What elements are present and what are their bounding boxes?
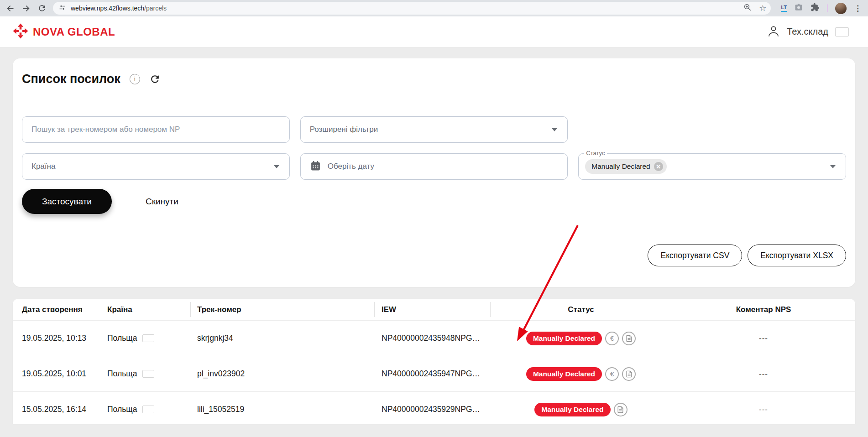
site-settings-icon[interactable] (58, 4, 66, 13)
advanced-filters-label: Розширені фільтри (310, 125, 378, 134)
chip-remove-icon[interactable]: ✕ (654, 162, 663, 171)
table-row[interactable]: 19.05.2025, 10:13 Польща skrjgnkj34 NP40… (13, 321, 855, 356)
url-path: /parcels (144, 5, 167, 12)
section-divider (22, 231, 846, 231)
reset-button[interactable]: Скинути (146, 197, 178, 207)
country-placeholder: Країна (31, 162, 55, 171)
chevron-down-icon (274, 165, 279, 168)
row-country-label: Польща (107, 369, 137, 379)
reload-icon[interactable] (37, 4, 47, 13)
status-select[interactable]: Статус Manually Declared ✕ (578, 153, 846, 180)
url-host: webview.nps.42flows.tech (71, 5, 144, 12)
table-row[interactable]: 19.05.2025, 10:01 Польща pl_inv023902 NP… (13, 356, 855, 392)
row-track: skrjgnkj34 (190, 333, 374, 343)
page-title: Список посилок (22, 72, 120, 86)
forward-icon[interactable] (21, 4, 31, 13)
poland-flag-icon[interactable] (835, 27, 849, 36)
app-header: NOVA GLOBAL Тех.склад (0, 16, 868, 47)
calendar-icon (310, 160, 321, 173)
status-field-label: Статус (584, 150, 607, 156)
brand-name: NOVA GLOBAL (33, 26, 115, 38)
back-icon[interactable] (5, 4, 15, 13)
status-chip-label: Manually Declared (591, 162, 650, 171)
browser-toolbar: webview.nps.42flows.tech/parcels ☆ LT ⋮ (0, 0, 868, 16)
chrome-menu-icon[interactable]: ⋮ (854, 5, 862, 12)
date-picker-field[interactable]: Оберіть дату (300, 153, 568, 180)
table-header: Дата створення Країна Трек-номер IEW Ста… (13, 299, 855, 321)
extensions-puzzle-icon[interactable] (810, 3, 820, 14)
col-header-track: Трек-номер (190, 299, 374, 320)
row-comment: --- (672, 405, 855, 414)
apply-button[interactable]: Застосувати (22, 189, 112, 214)
toolbar-divider (827, 4, 828, 12)
euro-icon[interactable]: € (605, 332, 619, 345)
export-csv-button[interactable]: Експортувати CSV (648, 245, 742, 266)
country-select[interactable]: Країна (22, 153, 290, 180)
row-track: pl_inv023902 (190, 369, 374, 379)
search-field (22, 116, 290, 143)
poland-flag-icon (142, 406, 154, 413)
doc-icon[interactable] (622, 332, 636, 345)
page-content: Список посилок i Розширені фільтри Країн… (0, 47, 868, 437)
table-row[interactable]: 15.05.2025, 16:14 Польща lili_15052519 N… (13, 392, 855, 424)
row-comment: --- (672, 334, 855, 343)
col-header-status: Статус (490, 299, 672, 320)
poland-flag-icon (142, 370, 154, 378)
zoom-icon[interactable] (743, 3, 752, 13)
col-header-country: Країна (102, 299, 190, 320)
row-country-label: Польща (107, 405, 137, 414)
row-iew: NP40000002435929NPG… (374, 405, 490, 414)
languagetool-extension-icon[interactable]: LT (781, 5, 787, 11)
profile-avatar[interactable] (835, 3, 847, 14)
export-xlsx-button[interactable]: Експортувати XLSX (748, 245, 846, 266)
chevron-down-icon (552, 128, 557, 131)
filters-card: Список посилок i Розширені фільтри Країн… (13, 58, 855, 287)
user-name: Тех.склад (787, 26, 828, 37)
poland-flag-icon (142, 334, 154, 342)
screenshot-extension-icon[interactable] (794, 3, 803, 14)
row-date: 15.05.2025, 16:14 (13, 405, 102, 414)
user-icon[interactable] (767, 25, 780, 39)
doc-icon[interactable] (614, 403, 627, 416)
bookmark-star-icon[interactable]: ☆ (759, 4, 766, 12)
euro-icon[interactable]: € (605, 367, 619, 381)
row-track: lili_15052519 (190, 405, 374, 414)
doc-icon[interactable] (622, 367, 636, 381)
col-header-comment: Коментар NPS (672, 299, 855, 320)
date-placeholder: Оберіть дату (328, 162, 374, 171)
row-date: 19.05.2025, 10:01 (13, 369, 102, 379)
chevron-down-icon (830, 165, 836, 168)
url-text: webview.nps.42flows.tech/parcels (71, 5, 740, 12)
info-icon[interactable]: i (130, 74, 140, 84)
row-iew: NP40000002435947NPG… (374, 369, 490, 379)
row-iew: NP40000002435948NPG… (374, 333, 490, 343)
table-body: 19.05.2025, 10:13 Польща skrjgnkj34 NP40… (13, 321, 855, 424)
col-header-iew: IEW (374, 299, 490, 320)
row-date: 19.05.2025, 10:13 (13, 333, 102, 343)
status-badge: Manually Declared (526, 332, 602, 345)
refresh-icon[interactable] (149, 73, 161, 85)
col-header-date: Дата створення (13, 299, 102, 320)
url-bar[interactable]: webview.nps.42flows.tech/parcels ☆ (53, 2, 771, 15)
status-badge: Manually Declared (526, 367, 602, 381)
row-country-label: Польща (107, 333, 137, 343)
row-comment: --- (672, 369, 855, 379)
advanced-filters-select[interactable]: Розширені фільтри (300, 116, 568, 143)
status-chip: Manually Declared ✕ (585, 159, 666, 174)
nova-move-icon (13, 23, 28, 41)
status-badge: Manually Declared (534, 403, 610, 416)
parcels-table: Дата створення Країна Трек-номер IEW Ста… (13, 299, 855, 424)
search-input[interactable] (31, 125, 280, 134)
brand-logo[interactable]: NOVA GLOBAL (13, 23, 115, 41)
